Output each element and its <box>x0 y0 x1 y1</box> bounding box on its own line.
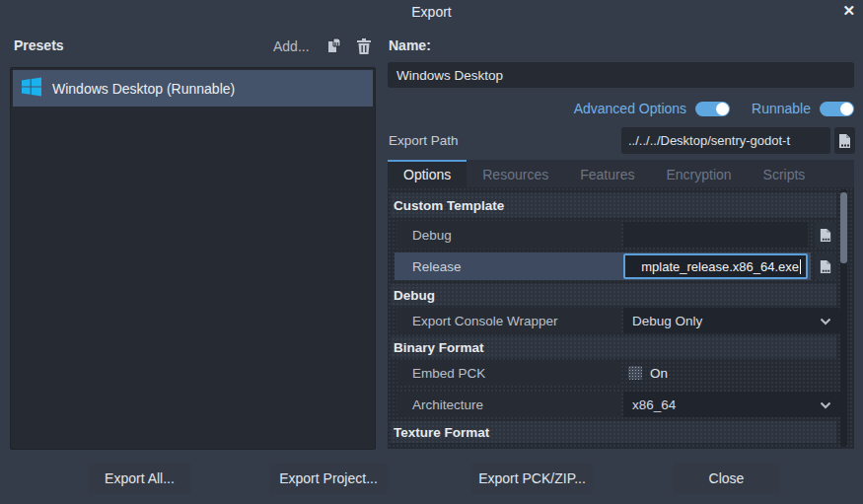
export-project-button[interactable]: Export Project... <box>269 463 388 494</box>
export-path-value: ../../../Desktop/sentry-godot-t <box>628 133 790 148</box>
release-template-value: mplate_release.x86_64.exe <box>641 259 799 274</box>
windows-logo-icon <box>21 76 42 101</box>
dialog-title: Export <box>0 4 863 20</box>
advanced-options-toggle[interactable] <box>695 102 730 116</box>
file-browse-icon <box>837 133 852 149</box>
button-label: Close <box>709 470 745 486</box>
debug-template-input[interactable] <box>623 222 808 248</box>
section-header-texture-format: Texture Format <box>391 421 836 443</box>
embed-pck-checkbox[interactable] <box>628 366 642 380</box>
file-browse-icon <box>819 228 832 243</box>
presets-heading: Presets <box>14 37 64 53</box>
name-input-value: Windows Desktop <box>396 68 503 83</box>
debug-template-browse-button[interactable] <box>815 222 836 248</box>
tab-features[interactable]: Features <box>564 160 650 187</box>
preset-list: Windows Desktop (Runnable) <box>10 67 376 450</box>
export-dialog: Export ✕ Presets Add... <box>0 0 863 504</box>
close-icon[interactable]: ✕ <box>842 2 855 20</box>
tab-label: Encryption <box>666 167 731 182</box>
embed-pck-value[interactable]: On <box>650 366 668 381</box>
section-header-label: Binary Format <box>394 340 484 355</box>
tab-scripts[interactable]: Scripts <box>748 160 822 187</box>
chevron-down-icon <box>820 397 831 412</box>
property-label-text: Release <box>412 259 462 274</box>
name-label: Name: <box>389 37 431 53</box>
advanced-options-label: Advanced Options <box>574 101 686 116</box>
property-label-embed-pck: Embed PCK <box>397 360 621 386</box>
options-scrollbar-thumb[interactable] <box>840 192 847 263</box>
tab-bar: Options Resources Features Encryption Sc… <box>388 160 854 187</box>
export-pck-zip-button[interactable]: Export PCK/ZIP... <box>471 463 593 494</box>
property-label-text: Embed PCK <box>412 366 485 381</box>
button-label: Export All... <box>105 470 175 486</box>
property-label-text: Export Console Wrapper <box>412 314 558 328</box>
toggles-row: Advanced Options Runnable <box>388 98 854 119</box>
preset-item-label: Windows Desktop (Runnable) <box>52 81 235 97</box>
property-label-text: Debug <box>412 228 452 243</box>
tab-label: Resources <box>482 167 548 182</box>
tab-label: Features <box>580 167 634 182</box>
tab-options[interactable]: Options <box>388 160 467 187</box>
architecture-dropdown[interactable]: x86_64 <box>623 392 840 417</box>
preset-item-windows-desktop[interactable]: Windows Desktop (Runnable) <box>13 70 373 107</box>
section-header-label: Debug <box>394 288 435 303</box>
runnable-label: Runnable <box>752 101 811 116</box>
delete-preset-icon[interactable] <box>355 37 373 55</box>
add-preset-button[interactable]: Add... <box>273 38 310 54</box>
tab-resources[interactable]: Resources <box>467 160 564 187</box>
export-path-browse-button[interactable] <box>834 127 855 154</box>
duplicate-preset-icon[interactable] <box>325 37 343 55</box>
property-label-export-console-wrapper: Export Console Wrapper <box>397 308 621 333</box>
toggle-knob <box>716 103 729 115</box>
section-header-debug: Debug <box>391 284 836 306</box>
export-path-label: Export Path <box>389 133 459 148</box>
tab-label: Options <box>403 167 451 182</box>
section-header-label: Texture Format <box>394 425 489 440</box>
export-console-wrapper-dropdown[interactable]: Debug Only <box>623 308 840 333</box>
section-header-label: Custom Template <box>394 198 504 213</box>
button-label: Export PCK/ZIP... <box>478 470 586 486</box>
chevron-down-icon <box>820 314 831 328</box>
release-template-input[interactable]: mplate_release.x86_64.exe <box>623 253 808 279</box>
tab-encryption[interactable]: Encryption <box>650 160 747 187</box>
export-path-input[interactable]: ../../../Desktop/sentry-godot-t <box>621 127 830 154</box>
export-all-button[interactable]: Export All... <box>88 463 191 494</box>
property-label-architecture: Architecture <box>397 392 621 417</box>
checkbox-value-text: On <box>650 366 668 381</box>
button-label: Export Project... <box>279 470 378 486</box>
name-input[interactable]: Windows Desktop <box>388 62 854 88</box>
section-header-binary-format: Binary Format <box>391 336 836 358</box>
toggle-knob <box>840 103 853 115</box>
runnable-toggle[interactable] <box>820 102 854 116</box>
file-browse-icon <box>819 259 832 274</box>
close-button[interactable]: Close <box>673 463 780 494</box>
property-label-debug: Debug <box>397 221 621 249</box>
tab-label: Scripts <box>763 167 806 182</box>
options-panel: Custom Template Debug Release mplate_rel… <box>388 187 854 449</box>
release-template-browse-button[interactable] <box>815 253 836 279</box>
text-caret <box>800 259 801 274</box>
section-header-custom-template: Custom Template <box>391 193 836 217</box>
dropdown-value: Debug Only <box>632 314 702 328</box>
dropdown-value: x86_64 <box>632 397 676 412</box>
property-label-text: Architecture <box>412 397 483 412</box>
